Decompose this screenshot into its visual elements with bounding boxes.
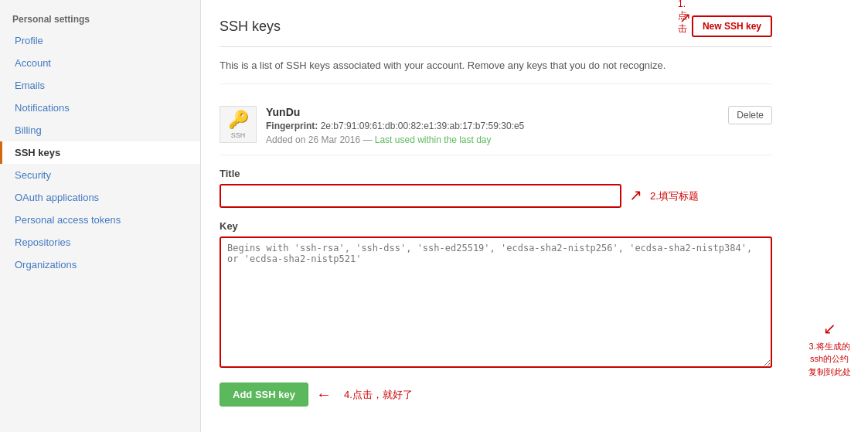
ssh-key-entry: 🔑 SSH YunDu Fingerprint: 2e:b7:91:09:61:… — [220, 97, 772, 155]
main-content: SSH keys 1.点击 ↗ New SSH key This is a li… — [201, 0, 791, 432]
sidebar-item-oauth-applications[interactable]: OAuth applications — [0, 186, 200, 209]
ssh-key-fingerprint: Fingerprint: 2e:b7:91:09:61:db:00:82:e1:… — [266, 121, 720, 131]
key-textarea[interactable] — [220, 236, 772, 368]
arrow-add: ← — [316, 386, 332, 403]
ssh-key-icon: 🔑 SSH — [220, 106, 257, 143]
annotation-step2: 2.填写标题 — [650, 189, 699, 203]
add-ssh-key-row: Add SSH key ← 4.点击，就好了 — [220, 383, 772, 406]
sidebar-item-organizations[interactable]: Organizations — [0, 253, 200, 276]
ssh-key-info: YunDu Fingerprint: 2e:b7:91:09:61:db:00:… — [266, 106, 720, 145]
key-form-group: Key — [220, 220, 772, 370]
sidebar-item-notifications[interactable]: Notifications — [0, 97, 200, 119]
ssh-key-added: Added on 26 Mar 2016 — Last used within … — [266, 134, 720, 145]
sidebar-item-repositories[interactable]: Repositories — [0, 231, 200, 253]
delete-button[interactable]: Delete — [728, 106, 772, 124]
sidebar-item-security[interactable]: Security — [0, 164, 200, 186]
sidebar-item-account[interactable]: Account — [0, 52, 200, 74]
new-ssh-key-button[interactable]: New SSH key — [692, 15, 772, 37]
sidebar-item-emails[interactable]: Emails — [0, 74, 200, 97]
page-header: SSH keys 1.点击 ↗ New SSH key — [220, 15, 772, 47]
annotation-step4: 4.点击，就好了 — [344, 388, 413, 402]
ssh-key-name: YunDu — [266, 106, 720, 118]
added-text: Added on 26 Mar 2016 — — [266, 134, 375, 145]
page-title: SSH keys — [220, 19, 281, 35]
fingerprint-label: Fingerprint: — [266, 121, 318, 131]
sidebar: Personal settings Profile Account Emails… — [0, 0, 201, 432]
sidebar-item-profile[interactable]: Profile — [0, 29, 200, 52]
key-icon-symbol: 🔑 — [228, 110, 249, 130]
arrow-title: ↙ — [629, 187, 642, 206]
fingerprint-value: 2e:b7:91:09:61:db:00:82:e1:39:ab:17:b7:5… — [321, 121, 525, 131]
title-input[interactable] — [220, 184, 621, 208]
right-annotation-panel: ↙ 3.将生成的ssh的公约复制到此处 — [791, 0, 868, 432]
key-label: Key — [220, 220, 772, 232]
description-text: This is a list of SSH keys associated wi… — [220, 60, 772, 84]
sidebar-header: Personal settings — [0, 8, 200, 29]
annotation-step3: 3.将生成的ssh的公约复制到此处 — [795, 340, 863, 379]
sidebar-item-billing[interactable]: Billing — [0, 119, 200, 141]
last-used-text: Last used within the last day — [375, 134, 492, 145]
arrow-step1: ↗ — [679, 9, 691, 26]
sidebar-item-ssh-keys[interactable]: SSH keys — [0, 141, 200, 164]
ssh-key-icon-label: SSH — [231, 131, 246, 139]
add-ssh-key-button[interactable]: Add SSH key — [220, 383, 308, 406]
sidebar-item-personal-access-tokens[interactable]: Personal access tokens — [0, 209, 200, 231]
arrow-step3: ↙ — [795, 317, 863, 340]
title-label: Title — [220, 168, 772, 179]
title-form-group: Title ↙ 2.填写标题 — [220, 168, 772, 208]
